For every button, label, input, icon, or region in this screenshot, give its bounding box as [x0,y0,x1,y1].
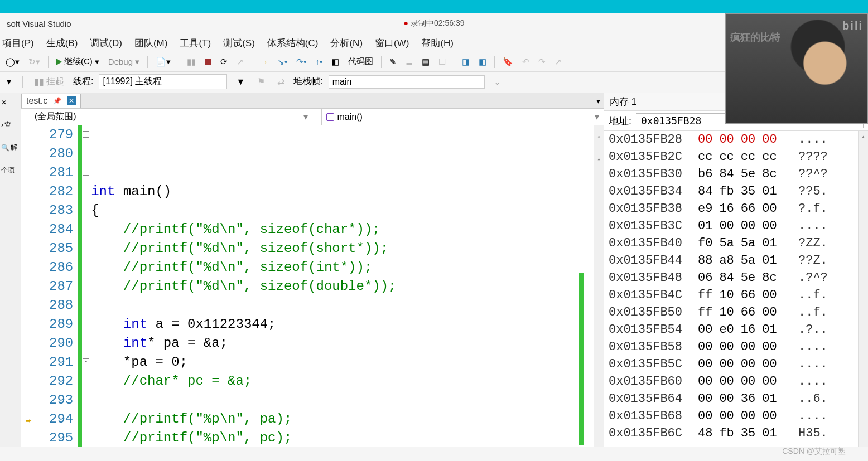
memory-row[interactable]: 0x0135FB4Cff106600..f. [604,287,868,304]
code-line[interactable]: //printf("%d\n", sizeof(short*)); [91,239,594,258]
editor-vertical-scrollbar[interactable]: ✧ ▴ [594,125,604,447]
code-line[interactable]: int main() [91,182,594,201]
code-line[interactable]: { [91,201,594,220]
nav-back-button[interactable]: ◯▾ [2,56,23,68]
toolbar-icon[interactable]: ↷ [535,56,549,68]
memory-row[interactable]: 0x0135FB6C48fb3501H35. [604,425,868,442]
left-tab-1[interactable]: › 查 [0,119,21,130]
memory-row[interactable]: 0x0135FB2800000000.... [604,131,868,148]
memory-row[interactable]: 0x0135FB5800000000.... [604,338,868,356]
code-line[interactable]: //printf("%p\n", pc); [91,429,594,447]
memory-row[interactable]: 0x0135FB6000000000.... [604,373,868,390]
toolbar-icon[interactable]: ⇄ [274,75,288,88]
debug-config-dropdown[interactable]: Debug ▾ [105,56,143,68]
scope-global-dropdown[interactable]: (全局范围) ▾ [21,109,322,125]
memory-ascii: .... [798,338,864,356]
scope-function-dropdown[interactable]: main() ▾ [322,109,604,125]
code-line[interactable] [91,391,594,410]
toolbar-icon[interactable]: 📄▾ [152,56,174,68]
memory-bytes: ff106600 [698,287,798,304]
toolbar-icon[interactable]: ✎ [386,56,400,68]
continue-button[interactable]: 继续(C) ▾ [53,55,103,68]
memory-row[interactable]: 0x0135FB4806845e8c.?^? [604,269,868,287]
code-text[interactable]: int main(){ //printf("%d\n", sizeof(char… [91,125,594,447]
toolbar-icon[interactable]: ↗ [551,56,565,68]
show-next-statement-button[interactable]: → [257,56,272,67]
memory-row[interactable]: 0x0135FB30b6845e8c??^? [604,166,868,183]
pause-button[interactable]: ▮▮ [184,56,199,68]
menu-project[interactable]: 项目(P) [2,37,34,50]
code-line[interactable] [91,296,594,315]
memory-row[interactable]: 0x0135FB6400003601..6. [604,390,868,407]
memory-address: 0x0135FB64 [609,390,698,407]
memory-row[interactable]: 0x0135FB5C00000000.... [604,356,868,373]
code-line[interactable]: //char* pc = &a; [91,372,594,391]
toolbar-icon[interactable]: ◧ [475,56,490,68]
nav-forward-button[interactable]: ↻▾ [25,56,44,68]
left-tab-close[interactable]: ✕ [0,98,21,108]
toolbar-icon[interactable]: ◨ [459,56,473,68]
code-line[interactable]: int a = 0x11223344; [91,315,594,334]
memory-row[interactable]: 0x0135FB2Ccccccccc???? [604,148,868,166]
close-icon[interactable]: ✕ [67,96,76,105]
toolbar-icon[interactable]: ≣ [402,56,416,68]
code-line[interactable]: //printf("%d\n", sizeof(char*)); [91,220,594,239]
stop-icon [205,59,211,65]
menu-analyze[interactable]: 分析(N) [330,37,363,50]
memory-ascii: H35. [798,425,864,442]
toolbar-icon[interactable]: ↗ [233,56,247,68]
memory-row[interactable]: 0x0135FB3C01000000.... [604,217,868,235]
file-tab-test-c[interactable]: test.c 📌 ✕ [21,94,81,108]
fold-toggle-icon[interactable]: - [83,169,89,176]
memory-row[interactable]: 0x0135FB6800000000.... [604,407,868,425]
memory-row[interactable]: 0x0135FB38e9166600?.f. [604,200,868,217]
memory-row[interactable]: 0x0135FB3484fb3501??5. [604,183,868,200]
code-line[interactable]: int* pa = &a; [91,334,594,353]
memory-vertical-scrollbar[interactable]: ▴ [858,131,868,447]
code-map-button[interactable]: 代码图 [345,55,377,68]
menu-debug[interactable]: 调试(D) [90,37,122,50]
bookmark-icon[interactable]: 🔖 [499,56,517,68]
toolbar-icon[interactable]: ↶ [519,56,533,68]
code-line[interactable]: *pa = 0; [91,353,594,372]
memory-panel: 内存 1 地址: 0x0135FB28 ▴ 0x0135FB2800000000… [604,93,868,447]
memory-row[interactable]: 0x0135FB5400e01601.?.. [604,321,868,338]
pin-icon[interactable]: 📌 [53,97,61,105]
code-line[interactable]: //printf("%d\n", sizeof(double*)); [91,277,594,296]
menu-window[interactable]: 窗口(W) [375,37,409,50]
code-line[interactable]: //printf("%p\n", pa); [91,410,594,429]
menu-architecture[interactable]: 体系结构(C) [267,37,319,50]
flag-icon[interactable]: ⚑ [254,75,268,88]
menu-team[interactable]: 团队(M) [134,37,167,50]
fold-toggle-icon[interactable]: - [83,131,89,138]
memory-row[interactable]: 0x0135FB4488a85a01??Z. [604,252,868,269]
menu-help[interactable]: 帮助(H) [421,37,454,50]
toolbar-icon[interactable]: ▤ [418,56,433,68]
menu-test[interactable]: 测试(S) [223,37,255,50]
filter-icon[interactable]: ▼ [233,76,248,88]
process-dropdown[interactable]: ▾ [3,75,15,88]
memory-row[interactable]: 0x0135FB50ff106600..f. [604,304,868,321]
menu-tools[interactable]: 工具(T) [180,37,211,50]
suspend-button[interactable]: ▮▮ 挂起 [31,75,67,89]
menu-build[interactable]: 生成(B) [46,37,78,50]
code-editor[interactable]: 2792802812822832842852862872882892902912… [21,125,604,447]
left-tab-2[interactable]: 🔍 解 [0,142,21,153]
line-number: 292 [49,372,73,391]
left-tab-3[interactable]: 个项 [0,164,21,176]
step-over-button[interactable]: ↷• [293,56,310,68]
step-into-button[interactable]: ↘• [274,56,291,68]
stop-button[interactable] [201,57,215,66]
restart-button[interactable]: ⟳ [217,56,231,68]
code-line[interactable]: //printf("%d\n", sizeof(int*)); [91,258,594,277]
stackframe-dropdown[interactable]: main [329,75,485,89]
toolbar-icon[interactable]: ⌄ [490,75,504,88]
toolbar-icon[interactable]: ☐ [435,56,449,68]
memory-row[interactable]: 0x0135FB40f05a5a01?ZZ. [604,235,868,252]
tab-dropdown[interactable]: ▾ [593,95,604,106]
step-out-button[interactable]: ↑• [312,56,326,67]
toolbar-icon[interactable]: ◧ [328,56,343,68]
thread-dropdown[interactable]: [11992] 主线程 [99,74,227,89]
memory-bytes: 00000000 [698,407,798,425]
fold-toggle-icon[interactable]: - [83,358,89,365]
